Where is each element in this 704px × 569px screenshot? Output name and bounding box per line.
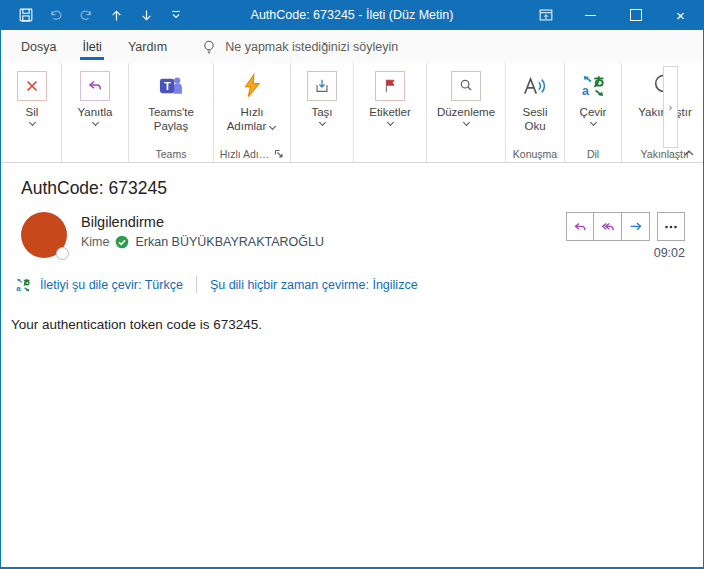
sender-avatar[interactable] — [21, 212, 67, 258]
to-label: Kime — [81, 235, 109, 249]
close-button[interactable]: × — [658, 0, 703, 30]
save-button[interactable] — [11, 0, 41, 30]
ribbon-group-teams: T Teams'te Paylaş Teams — [129, 63, 214, 162]
share-to-teams-label: Teams'te Paylaş — [136, 106, 206, 134]
ribbon: Sil Yanıtla — [1, 63, 703, 163]
quick-steps-label-2: Adımlar — [227, 120, 267, 132]
forward-action-button[interactable] — [622, 212, 650, 241]
minimize-icon — [585, 15, 596, 16]
ribbon-display-options-icon — [537, 6, 555, 24]
ribbon-group-editing: Düzenleme — [427, 63, 506, 162]
tell-me-box[interactable]: Ne yapmak istediğinizi söyleyin — [201, 39, 398, 55]
undo-icon — [47, 6, 65, 24]
verified-check-icon — [115, 235, 129, 249]
flag-icon — [381, 77, 399, 95]
never-translate-link[interactable]: Şu dili hiçbir zaman çevirme: İngilizce — [210, 278, 418, 292]
ribbon-group-quick-steps: Hızlı Adımlar Hızlı Adı… — [214, 63, 291, 162]
group-label-teams: Teams — [156, 145, 187, 162]
ribbon-scroll-right-button[interactable]: › — [663, 66, 678, 148]
chevron-down-icon — [462, 120, 471, 126]
close-icon: × — [676, 8, 685, 23]
recipient-name[interactable]: Erkan BÜYÜKBAYRAKTAROĞLU — [135, 235, 323, 249]
lightbulb-icon — [201, 39, 217, 55]
dialog-launcher-icon[interactable] — [274, 149, 284, 159]
divider — [196, 276, 197, 293]
tell-me-label: Ne yapmak istediğinizi söyleyin — [225, 40, 398, 54]
next-item-button[interactable] — [131, 0, 161, 30]
translate-bar: a İletiyi şu dile çevir: Türkçe Şu dili … — [15, 276, 703, 293]
ribbon-group-respond: Yanıtla — [62, 63, 129, 162]
ellipsis-icon — [663, 219, 679, 235]
quick-steps-button[interactable]: Hızlı Adımlar — [218, 66, 286, 134]
translate-icon: a — [580, 73, 606, 99]
message-body: Your authentication token code is 673245… — [11, 317, 703, 332]
svg-text:T: T — [164, 80, 171, 92]
translate-message-link[interactable]: İletiyi şu dile çevir: Türkçe — [40, 278, 183, 292]
chevron-up-icon — [683, 148, 695, 157]
redo-button[interactable] — [71, 0, 101, 30]
reply-icon — [86, 77, 104, 95]
group-label-quick-steps: Hızlı Adı… — [220, 148, 270, 160]
reply-all-icon — [599, 218, 617, 236]
reply-action-button[interactable] — [566, 212, 594, 241]
quick-steps-label-1: Hızlı — [241, 106, 264, 118]
reply-icon — [571, 218, 589, 236]
delete-button[interactable]: Sil — [7, 66, 57, 126]
redo-icon — [77, 6, 95, 24]
maximize-icon — [630, 9, 642, 21]
read-aloud-label-1: Sesli — [523, 106, 548, 118]
ribbon-display-options-button[interactable] — [523, 0, 568, 30]
tab-help[interactable]: Yardım — [122, 30, 173, 63]
share-to-teams-button[interactable]: T Teams'te Paylaş — [133, 66, 209, 134]
sender-name[interactable]: Bilgilendirme — [81, 214, 324, 230]
arrow-down-icon — [138, 7, 155, 24]
read-aloud-label-2: Oku — [524, 120, 545, 132]
more-actions-button[interactable] — [657, 212, 685, 241]
ribbon-group-speech: Sesli Oku Konuşma — [506, 63, 565, 162]
svg-text:a: a — [582, 84, 589, 98]
message-actions — [566, 212, 685, 241]
ribbon-group-delete: Sil — [3, 63, 62, 162]
move-button[interactable]: Taşı — [295, 66, 349, 126]
save-icon — [17, 6, 35, 24]
svg-text:a: a — [16, 284, 21, 293]
editing-button[interactable]: Düzenleme — [431, 66, 501, 126]
find-magnifier-icon — [457, 77, 475, 95]
chevron-down-icon — [28, 120, 37, 126]
maximize-button[interactable] — [613, 0, 658, 30]
ribbon-tab-row: Dosya İleti Yardım Ne yapmak istediğiniz… — [1, 30, 703, 63]
translate-icon: a — [15, 277, 31, 293]
reply-button[interactable]: Yanıtla — [66, 66, 124, 126]
presence-indicator — [56, 247, 69, 260]
reading-pane: AuthCode: 673245 Bilgilendirme Kime Erka… — [1, 178, 703, 569]
group-label-language: Dil — [587, 145, 599, 162]
ribbon-group-tags: Etiketler — [354, 63, 427, 162]
arrow-up-icon — [108, 7, 125, 24]
ribbon-group-language: a Çevir Dil — [565, 63, 622, 162]
window-controls: × — [523, 0, 703, 30]
move-to-folder-icon — [313, 77, 331, 95]
chevron-down-icon — [318, 120, 327, 126]
reply-all-action-button[interactable] — [594, 212, 622, 241]
chevron-down-icon — [386, 120, 395, 126]
chevron-down-icon — [268, 124, 277, 130]
teams-icon: T — [158, 73, 184, 99]
chevron-down-icon — [170, 9, 182, 21]
tab-message[interactable]: İleti — [76, 30, 107, 63]
quick-access-toolbar — [11, 0, 191, 30]
translate-button[interactable]: a Çevir — [569, 66, 617, 126]
read-aloud-button[interactable]: Sesli Oku — [510, 66, 560, 134]
tags-button[interactable]: Etiketler — [358, 66, 422, 126]
delete-x-icon — [24, 78, 40, 94]
message-subject: AuthCode: 673245 — [21, 178, 703, 199]
message-time: 09:02 — [654, 246, 685, 260]
outlook-message-window: AuthCode: 673245 - İleti (Düz Metin) × D… — [0, 0, 704, 569]
group-label-speech: Konuşma — [513, 145, 557, 162]
minimize-button[interactable] — [568, 0, 613, 30]
customize-quick-access-button[interactable] — [161, 0, 191, 30]
previous-item-button[interactable] — [101, 0, 131, 30]
chevron-down-icon — [589, 120, 598, 126]
collapse-ribbon-button[interactable] — [680, 145, 698, 160]
tab-file[interactable]: Dosya — [15, 30, 62, 63]
undo-button[interactable] — [41, 0, 71, 30]
